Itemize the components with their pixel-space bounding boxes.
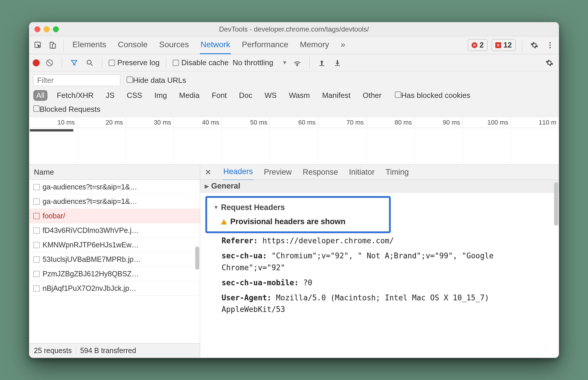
hide-data-urls-checkbox[interactable]: Hide data URLs (127, 76, 186, 85)
detail-scrollbar[interactable] (554, 182, 558, 226)
dtab-initiator[interactable]: Initiator (348, 164, 375, 180)
dtab-timing[interactable]: Timing (385, 164, 409, 180)
svg-point-8 (297, 65, 297, 66)
issues-icon: ✕ (495, 42, 501, 48)
chevron-down-icon: ▼ (213, 204, 219, 211)
list-item-error[interactable]: foobar/ (29, 209, 200, 223)
record-button[interactable] (33, 59, 40, 66)
list-item[interactable]: fD43v6RiVCDlmo3WhVPe.j… (29, 223, 200, 238)
type-img[interactable]: Img (151, 90, 170, 101)
request-list[interactable]: ga-audiences?t=sr&aip=1&… ga-audiences?t… (29, 180, 200, 343)
upload-har-icon[interactable] (316, 57, 328, 69)
blocked-cookies-checkbox[interactable]: Has blocked cookies (395, 91, 470, 100)
separator (102, 57, 102, 69)
tab-elements[interactable]: Elements (72, 36, 107, 54)
section-request-headers[interactable]: ▼Request Headers (213, 203, 383, 212)
filter-icon[interactable] (68, 57, 80, 69)
blocked-requests-checkbox[interactable]: Blocked Requests (33, 105, 101, 114)
separator (309, 57, 310, 69)
window-title: DevTools - developer.chrome.com/tags/dev… (29, 25, 559, 33)
dtab-headers[interactable]: Headers (223, 164, 253, 181)
separator (166, 57, 166, 69)
tab-performance[interactable]: Performance (241, 36, 289, 54)
type-wasm[interactable]: Wasm (286, 90, 313, 101)
preserve-log-checkbox[interactable]: Preserve log (109, 58, 160, 67)
timeline-lanes (29, 128, 559, 165)
tab-memory[interactable]: Memory (299, 36, 330, 54)
type-media[interactable]: Media (176, 90, 202, 101)
filter-input[interactable] (33, 74, 120, 86)
list-item[interactable]: nBjAqf1PuX7O2nvJbJck.jp… (29, 281, 200, 296)
type-css[interactable]: CSS (124, 90, 145, 101)
type-all[interactable]: All (33, 90, 48, 101)
request-list-pane: Name ga-audiences?t=sr&aip=1&… ga-audien… (29, 165, 200, 358)
svg-point-3 (549, 42, 551, 43)
highlight-box: ▼Request Headers Provisional headers are… (205, 196, 391, 233)
list-scrollbar[interactable] (195, 246, 199, 270)
dtab-response[interactable]: Response (302, 164, 339, 180)
separator (63, 39, 64, 51)
status-transferred: 594 B transferred (80, 346, 136, 355)
svg-rect-10 (335, 65, 340, 66)
detail-pane: ✕ Headers Preview Response Initiator Tim… (200, 165, 559, 358)
list-header-name[interactable]: Name (29, 165, 200, 180)
clear-icon[interactable] (44, 57, 55, 69)
svg-point-7 (87, 60, 91, 64)
header-sec-ch-ua: sec-ch-ua: "Chromium";v="92", " Not A;Br… (207, 248, 552, 275)
titlebar: DevTools - developer.chrome.com/tags/dev… (29, 22, 559, 36)
throttling-select[interactable]: No throttling ▼ (233, 58, 287, 67)
error-count: 2 (480, 41, 484, 50)
detail-body[interactable]: ▶General ▼Request Headers Provisional he… (200, 180, 559, 358)
download-har-icon[interactable] (332, 57, 343, 69)
separator (62, 57, 62, 69)
section-general[interactable]: ▶General (200, 180, 559, 193)
svg-rect-2 (52, 44, 56, 48)
kebab-icon[interactable] (544, 39, 556, 51)
status-bar: 25 requests 594 B transferred (29, 343, 200, 358)
list-item[interactable]: 53IuclsjUVBaBME7MPRb.jp… (29, 252, 200, 267)
separator (522, 39, 522, 51)
type-js[interactable]: JS (103, 90, 117, 101)
tab-more[interactable]: » (340, 36, 346, 54)
status-requests: 25 requests (34, 346, 72, 355)
main-tabbar: Elements Console Sources Network Perform… (29, 36, 559, 54)
warning-icon (221, 219, 227, 224)
svg-point-5 (549, 47, 551, 48)
tab-console[interactable]: Console (117, 36, 148, 54)
type-ws[interactable]: WS (262, 90, 280, 101)
type-manifest[interactable]: Manifest (319, 90, 353, 101)
panel-tabs: Elements Console Sources Network Perform… (72, 36, 346, 54)
list-item[interactable]: ga-audiences?t=sr&aip=1&… (29, 194, 200, 209)
type-other[interactable]: Other (360, 90, 384, 101)
header-user-agent: User-Agent: Mozilla/5.0 (Macintosh; Inte… (207, 290, 552, 317)
list-item[interactable]: ga-audiences?t=sr&aip=1&… (29, 180, 200, 194)
network-conditions-icon[interactable] (291, 57, 303, 69)
disable-cache-checkbox[interactable]: Disable cache (173, 58, 229, 67)
network-settings-icon[interactable] (544, 57, 555, 69)
provisional-warning: Provisional headers are shown (213, 217, 383, 226)
inspect-icon[interactable] (32, 39, 44, 51)
detail-tabs: ✕ Headers Preview Response Initiator Tim… (200, 165, 559, 180)
network-toolbar: Preserve log Disable cache No throttling… (29, 54, 559, 72)
devtools-window: DevTools - developer.chrome.com/tags/dev… (29, 22, 559, 358)
type-doc[interactable]: Doc (236, 90, 255, 101)
dtab-preview[interactable]: Preview (263, 164, 292, 180)
device-toggle-icon[interactable] (47, 39, 58, 51)
list-item[interactable]: KMNWpnRJTP6eHJs1wEw… (29, 238, 200, 252)
type-fetchxhr[interactable]: Fetch/XHR (54, 90, 96, 101)
svg-point-4 (549, 44, 551, 46)
tab-network[interactable]: Network (200, 36, 231, 54)
search-icon[interactable] (84, 57, 96, 69)
issues-count: 12 (503, 41, 512, 50)
chevron-down-icon: ▼ (282, 60, 287, 66)
waterfall-overview[interactable]: 10 ms 20 ms 30 ms 40 ms 50 ms 60 ms 70 m… (29, 117, 559, 165)
filter-bar: Hide data URLs All Fetch/XHR JS CSS Img … (29, 72, 559, 117)
issues-badge[interactable]: ✕ 12 (492, 39, 516, 51)
settings-icon[interactable] (529, 39, 540, 51)
close-detail-icon[interactable]: ✕ (203, 168, 213, 177)
list-item[interactable]: PzmJZBgZBJ612Hy8QBSZ… (29, 267, 200, 281)
tab-sources[interactable]: Sources (158, 36, 189, 54)
type-font[interactable]: Font (209, 90, 230, 101)
error-badge[interactable]: ✕ 2 (468, 39, 487, 51)
header-sec-ch-ua-mobile: sec-ch-ua-mobile: ?0 (207, 275, 552, 290)
